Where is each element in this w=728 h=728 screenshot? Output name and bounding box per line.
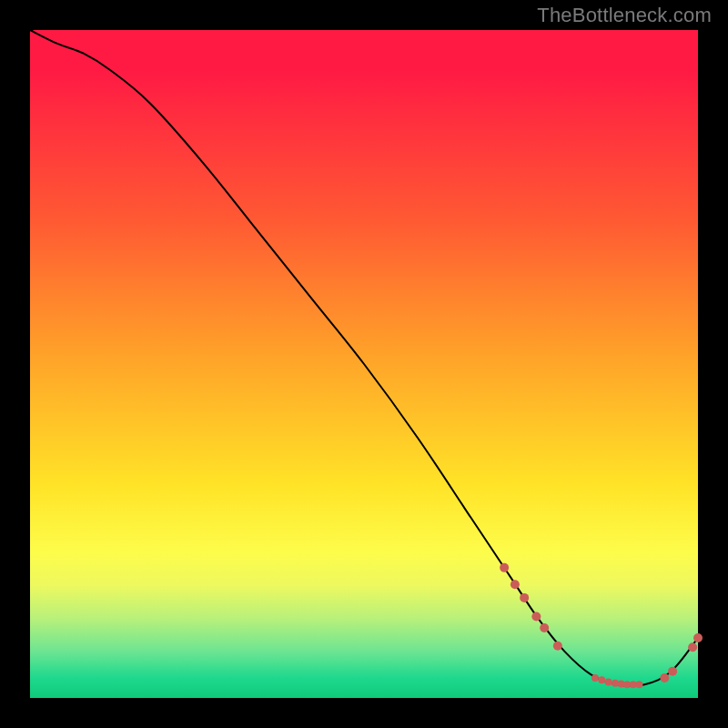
marker-group (500, 563, 703, 688)
data-point-marker (520, 593, 529, 602)
data-point-marker (660, 673, 669, 682)
data-point-marker (531, 612, 541, 621)
curve-layer (30, 30, 698, 698)
data-point-marker (500, 563, 509, 572)
data-point-marker (511, 580, 520, 589)
data-point-marker (592, 674, 599, 682)
chart-stage: TheBottleneck.com (0, 0, 728, 728)
data-point-marker (553, 642, 562, 651)
data-point-marker (668, 667, 677, 676)
data-point-marker (688, 642, 697, 652)
data-point-marker (540, 623, 549, 632)
plot-area (30, 30, 698, 698)
bottleneck-curve (30, 30, 698, 686)
data-point-marker (605, 678, 612, 685)
data-point-marker (693, 633, 703, 642)
data-point-marker (598, 676, 605, 683)
watermark-text: TheBottleneck.com (537, 4, 712, 27)
data-point-marker (635, 681, 642, 688)
